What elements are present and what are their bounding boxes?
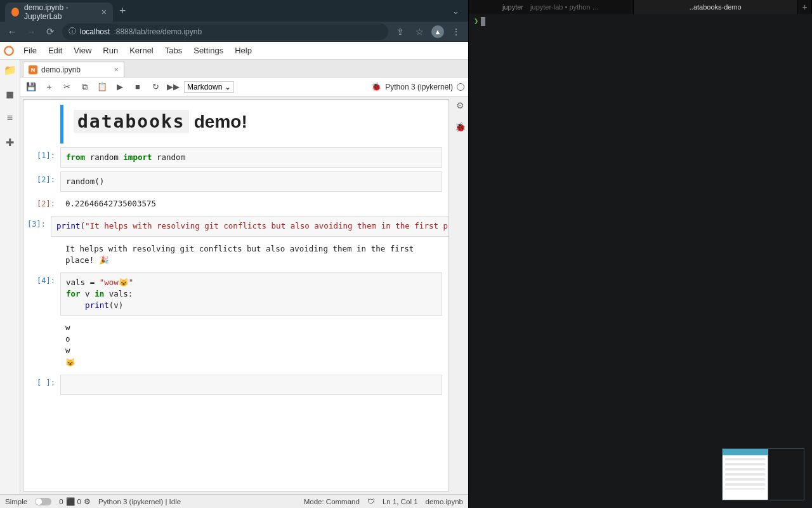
jlab-menubar: File Edit View Run Kernel Tabs Settings … xyxy=(0,42,468,60)
cell-prompt: [2]: xyxy=(27,171,60,192)
save-icon[interactable]: 💾 xyxy=(24,80,38,94)
kernel-status-text[interactable]: Python 3 (ipykernel) | Idle xyxy=(98,498,181,505)
close-icon[interactable]: × xyxy=(102,7,107,17)
status-bar: Simple 0 ⬛ 0 ⚙ Python 3 (ipykernel) | Id… xyxy=(0,494,468,508)
browser-tab-title: demo.ipynb - JupyterLab xyxy=(24,3,96,21)
browser-toolbar: ← → ⟳ ⓘ localhost:8888/lab/tree/demo.ipy… xyxy=(0,22,468,42)
document-tabs: N demo.ipynb × xyxy=(20,60,468,77)
new-tab-button[interactable]: + xyxy=(113,4,133,18)
terminals-count[interactable]: 0 ⬛ 0 ⚙ xyxy=(59,497,91,506)
jupyterlab-shell: File Edit View Run Kernel Tabs Settings … xyxy=(0,42,468,508)
property-inspector-icon[interactable]: ⚙ xyxy=(456,100,464,110)
cell-type-select[interactable]: Markdown ⌄ xyxy=(184,81,234,93)
menu-tabs[interactable]: Tabs xyxy=(159,42,188,59)
cell-prompt: [1]: xyxy=(27,147,60,168)
paste-icon[interactable]: 📋 xyxy=(95,80,109,94)
cell-prompt: [4]: xyxy=(27,272,60,316)
output-text: w o w 😺 xyxy=(60,319,442,371)
current-file: demo.ipynb xyxy=(426,498,463,505)
notebook-scroll[interactable]: databooks demo! [1]: from random import … xyxy=(23,99,449,491)
mode-indicator: Mode: Command xyxy=(304,498,360,505)
svg-point-0 xyxy=(4,46,13,55)
jupyter-favicon xyxy=(11,8,19,17)
copy-icon[interactable]: ⧉ xyxy=(77,80,91,94)
cell-prompt: [ ]: xyxy=(27,375,60,395)
notebook-tab[interactable]: N demo.ipynb × xyxy=(23,62,124,77)
output-text: 0.22646642735003575 xyxy=(60,196,442,212)
simple-label: Simple xyxy=(5,498,27,505)
browser-tab-strip: demo.ipynb - JupyterLab × + ⌄ xyxy=(0,0,468,22)
pip-left-preview xyxy=(723,449,768,500)
terminal-tab-strip: jupyter jupyter-lab • python … ..atabook… xyxy=(469,0,812,14)
notebook-heading: databooks demo! xyxy=(74,110,435,133)
terminal-tab-1[interactable]: jupyter jupyter-lab • python … xyxy=(469,0,634,14)
jupyter-logo[interactable] xyxy=(0,42,18,60)
cell-type-value: Markdown xyxy=(187,83,222,91)
address-bar[interactable]: ⓘ localhost:8888/lab/tree/demo.ipynb xyxy=(62,23,388,40)
stop-icon[interactable]: ■ xyxy=(131,80,145,94)
terminal-tab-2[interactable]: ..atabooks-demo xyxy=(634,0,799,14)
pip-right-preview xyxy=(768,449,804,500)
notebook-toolbar: 💾 ＋ ✂ ⧉ 📋 ▶ ■ ↻ ▶▶ Markdown ⌄ xyxy=(20,77,468,97)
back-button[interactable]: ← xyxy=(5,25,19,39)
code-cell-4[interactable]: [4]: vals = "wow😺" for v in vals: print(… xyxy=(27,272,442,316)
toc-icon[interactable]: ≡ xyxy=(3,110,18,126)
code-cell-2[interactable]: [2]: random() xyxy=(27,171,442,192)
new-terminal-tab[interactable]: + xyxy=(798,0,812,14)
profile-avatar[interactable]: ▲ xyxy=(431,25,444,38)
cursor-position: Ln 1, Col 1 xyxy=(383,498,418,505)
terminal-cursor xyxy=(481,17,485,26)
forward-button[interactable]: → xyxy=(24,25,38,39)
menu-file[interactable]: File xyxy=(18,42,43,59)
url-path: :8888/lab/tree/demo.ipynb xyxy=(114,27,202,36)
overflow-menu-icon[interactable]: ⋮ xyxy=(449,25,463,39)
terminal-prompt: ❯ xyxy=(474,17,478,25)
cell-source[interactable]: random() xyxy=(60,171,442,192)
add-cell-icon[interactable]: ＋ xyxy=(42,80,56,94)
code-cell-empty[interactable]: [ ]: xyxy=(27,375,442,395)
browser-tab-active[interactable]: demo.ipynb - JupyterLab × xyxy=(5,3,113,22)
tab-overflow-chevron[interactable]: ⌄ xyxy=(443,6,468,16)
cell-source[interactable]: vals = "wow😺" for v in vals: print(v) xyxy=(60,272,442,316)
heading-rest: demo! xyxy=(194,112,247,132)
heading-code: databooks xyxy=(74,110,189,133)
code-cell-1[interactable]: [1]: from random import random xyxy=(27,147,442,168)
terminal-body[interactable]: ❯ xyxy=(469,14,812,508)
debugger-icon[interactable]: 🐞 xyxy=(455,122,466,132)
kernel-name[interactable]: Python 3 (ipykernel) xyxy=(385,83,453,91)
code-cell-3[interactable]: [3]: print("It helps with resolving git … xyxy=(27,216,442,236)
site-info-icon[interactable]: ⓘ xyxy=(69,26,76,37)
extensions-icon[interactable]: ✚ xyxy=(3,135,18,150)
cell-source[interactable]: print("It helps with resolving git confl… xyxy=(51,216,449,236)
simple-toggle[interactable] xyxy=(35,498,51,505)
notebook-right-gutter: ⚙ 🐞 xyxy=(452,97,468,494)
run-icon[interactable]: ▶ xyxy=(113,80,127,94)
cut-icon[interactable]: ✂ xyxy=(60,80,74,94)
menu-view[interactable]: View xyxy=(68,42,97,59)
menu-kernel[interactable]: Kernel xyxy=(124,42,159,59)
activity-bar: 📁 ◼ ≡ ✚ xyxy=(0,60,20,494)
kernel-status-icon[interactable] xyxy=(457,83,464,91)
run-all-icon[interactable]: ▶▶ xyxy=(166,80,180,94)
cell-output-3: It helps with resolving git conflicts bu… xyxy=(27,241,442,269)
cell-source[interactable] xyxy=(60,375,442,395)
trust-icon[interactable]: 🛡 xyxy=(367,498,375,505)
menu-run[interactable]: Run xyxy=(97,42,124,59)
running-sessions-icon[interactable]: ◼ xyxy=(3,86,18,102)
cell-source[interactable]: from random import random xyxy=(60,147,442,168)
share-icon[interactable]: ⇪ xyxy=(393,25,407,39)
menu-settings[interactable]: Settings xyxy=(188,42,229,59)
notebook-tab-title: demo.ipynb xyxy=(41,65,81,74)
close-icon[interactable]: × xyxy=(114,65,119,74)
reload-button[interactable]: ⟳ xyxy=(43,25,57,39)
markdown-cell[interactable]: databooks demo! xyxy=(27,105,442,144)
cell-output-4: w o w 😺 xyxy=(27,319,442,371)
menu-edit[interactable]: Edit xyxy=(43,42,68,59)
menu-help[interactable]: Help xyxy=(229,42,258,59)
bookmark-icon[interactable]: ☆ xyxy=(412,25,426,39)
file-browser-icon[interactable]: 📁 xyxy=(3,62,18,77)
picture-in-picture-preview[interactable] xyxy=(722,448,804,500)
debug-icon[interactable]: 🐞 xyxy=(371,82,381,91)
output-text: It helps with resolving git conflicts bu… xyxy=(60,241,442,269)
restart-icon[interactable]: ↻ xyxy=(148,80,162,94)
